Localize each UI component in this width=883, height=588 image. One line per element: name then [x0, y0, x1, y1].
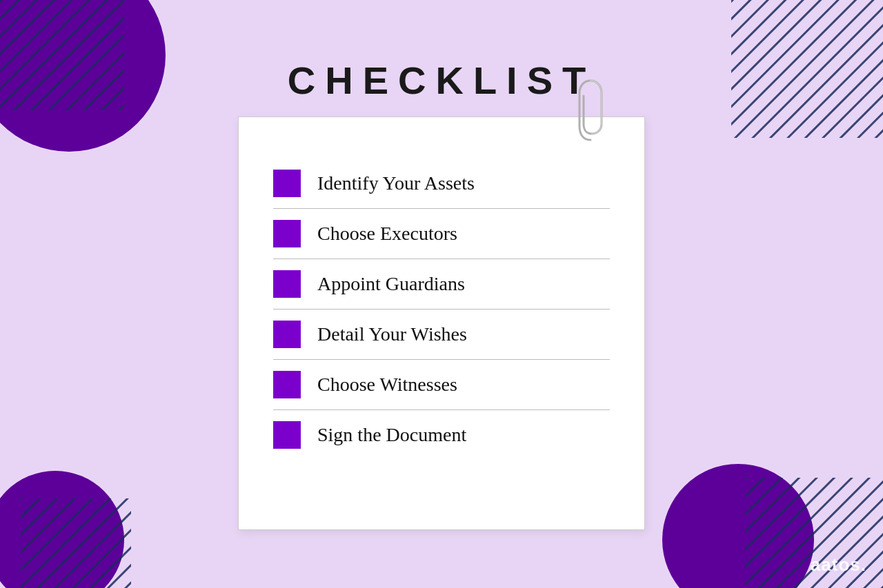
- svg-rect-3: [731, 0, 883, 138]
- checkbox-detail-wishes[interactable]: [273, 321, 301, 348]
- label-identify-assets: Identify Your Assets: [317, 172, 475, 194]
- checkbox-appoint-guardians[interactable]: [273, 270, 301, 298]
- checklist-item-choose-executors[interactable]: Choose Executors: [273, 209, 610, 259]
- checklist-item-detail-wishes[interactable]: Detail Your Wishes: [273, 310, 610, 360]
- checklist-item-sign-document[interactable]: Sign the Document: [273, 410, 610, 460]
- svg-rect-5: [21, 498, 131, 588]
- aatos-logo: aatos.: [811, 554, 866, 576]
- checklist-item-choose-witnesses[interactable]: Choose Witnesses: [273, 360, 610, 410]
- checkbox-choose-witnesses[interactable]: [273, 371, 301, 398]
- checkbox-identify-assets[interactable]: [273, 170, 301, 197]
- page-title: CHECKLIST: [288, 58, 595, 103]
- checklist-paper: Identify Your AssetsChoose ExecutorsAppo…: [238, 116, 645, 530]
- checkbox-choose-executors[interactable]: [273, 220, 301, 247]
- checklist: Identify Your AssetsChoose ExecutorsAppo…: [273, 159, 610, 460]
- content-wrapper: CHECKLIST Identify Your AssetsChoose Exe…: [228, 58, 655, 530]
- label-sign-document: Sign the Document: [317, 424, 466, 446]
- checklist-item-appoint-guardians[interactable]: Appoint Guardians: [273, 259, 610, 310]
- label-detail-wishes: Detail Your Wishes: [317, 323, 467, 345]
- label-appoint-guardians: Appoint Guardians: [317, 273, 465, 295]
- checklist-item-identify-assets[interactable]: Identify Your Assets: [273, 159, 610, 209]
- stripe-top-right: [731, 0, 883, 138]
- svg-rect-1: [0, 0, 124, 110]
- stripe-top-left: [0, 0, 124, 110]
- label-choose-witnesses: Choose Witnesses: [317, 374, 457, 396]
- checkbox-sign-document[interactable]: [273, 421, 301, 449]
- label-choose-executors: Choose Executors: [317, 223, 457, 245]
- stripe-bottom-left: [21, 498, 131, 588]
- paperclip-icon: [578, 79, 603, 141]
